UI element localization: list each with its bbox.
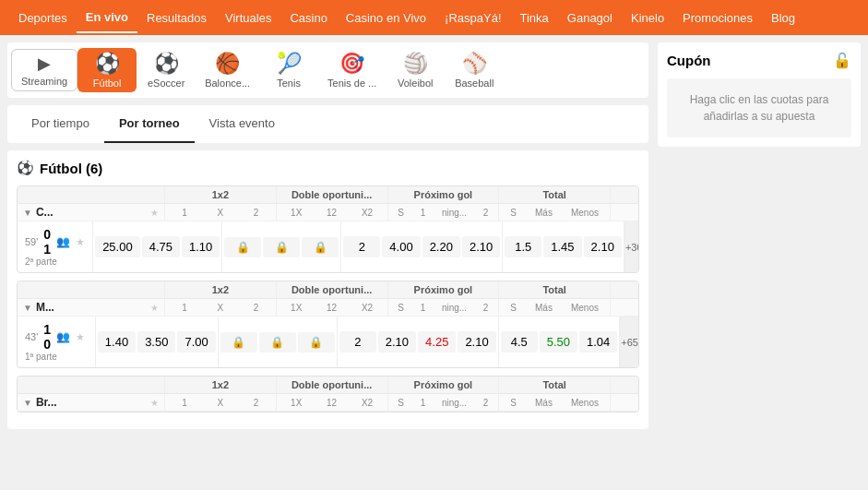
prox-1-1[interactable]: 2.10: [378, 331, 416, 353]
tab-por-torneo[interactable]: Por torneo: [104, 105, 195, 143]
nav-casino-vivo[interactable]: Casino en Vivo: [337, 4, 435, 32]
plus-btn-0[interactable]: +30: [624, 221, 639, 272]
sub-prox-2-2: 2: [483, 398, 489, 408]
nav-envivo[interactable]: En vivo: [77, 3, 137, 33]
nav-ganagol[interactable]: Ganagol: [558, 4, 622, 32]
doble-12-1[interactable]: 🔒: [259, 332, 296, 353]
total-menos-1[interactable]: 1.04: [579, 331, 617, 353]
total-mas-0[interactable]: 1.45: [543, 236, 581, 257]
sport-tab-balonce[interactable]: 🏀 Balonce...: [196, 48, 259, 92]
doble-1x-0[interactable]: 🔒: [224, 237, 261, 257]
futbol-icon: ⚽: [95, 52, 120, 76]
sport-label-futbol: Fútbol: [93, 78, 122, 89]
tab-por-tiempo[interactable]: Por tiempo: [17, 105, 104, 143]
sport-tab-streaming[interactable]: ▶ Streaming: [11, 49, 77, 91]
odd-1-1[interactable]: 1.40: [98, 331, 136, 353]
futbol-title-icon: ⚽: [17, 160, 34, 176]
col-header-doble-0: Doble oportuni...: [277, 186, 388, 203]
sport-label-baseball: Baseball: [455, 78, 493, 89]
sport-label-streaming: Streaming: [21, 76, 67, 87]
nav-casino[interactable]: Casino: [280, 4, 336, 32]
sport-tab-futbol[interactable]: ⚽ Fútbol: [77, 48, 137, 92]
total-mas-1[interactable]: 5.50: [540, 331, 577, 353]
view-tabs: Por tiempo Por torneo Vista evento: [7, 105, 648, 143]
sub-1x2-x-2: X: [218, 398, 224, 408]
team-name-1: M...: [36, 301, 54, 314]
prox-1-0[interactable]: 4.00: [382, 236, 420, 257]
nav-deportes[interactable]: Deportes: [9, 4, 77, 32]
sub-total-mas-2: Más: [535, 398, 553, 408]
prox-2-0[interactable]: 2.10: [462, 236, 500, 257]
sub-1x2-2-2: 2: [254, 398, 259, 408]
odd-x-1[interactable]: 3.50: [137, 331, 175, 353]
team-name-2: Br...: [36, 396, 57, 409]
sports-tabs: ▶ Streaming ⚽ Fútbol ⚽ eSoccer 🏀 Balonce…: [7, 42, 648, 98]
sub-prox-s-0: S: [398, 208, 404, 218]
odd-2-0[interactable]: 1.10: [182, 236, 220, 257]
sub-total-s-1: S: [510, 303, 517, 313]
prox-n-0[interactable]: 2.20: [422, 236, 460, 257]
score-1: 10: [43, 322, 51, 352]
nav-kinelo[interactable]: Kinelo: [622, 4, 673, 32]
sub-1x2-x-1: X: [218, 303, 224, 313]
odd-1-0[interactable]: 25.00: [95, 236, 140, 257]
sub-total-s-2: S: [510, 398, 517, 408]
sub-1x2-1-1: 1: [182, 303, 187, 313]
star-2[interactable]: ★: [150, 398, 159, 408]
nav-resultados[interactable]: Resultados: [137, 4, 216, 32]
event-card-2: 1x2 Doble oportuni... Próximo gol Total …: [17, 376, 639, 412]
plus-btn-1[interactable]: +65: [620, 317, 638, 367]
doble-x2-0[interactable]: 🔒: [302, 237, 339, 257]
doble-12-0[interactable]: 🔒: [263, 237, 300, 257]
sub-prox-n-2: ning...: [442, 398, 467, 408]
col-header-1x2-2: 1x2: [165, 376, 277, 393]
sub-doble-1x-2: 1X: [291, 398, 302, 408]
total-s-1[interactable]: 4.5: [501, 331, 538, 353]
coupon-header: Cupón 🔓: [667, 52, 851, 69]
tab-vista-evento[interactable]: Vista evento: [195, 105, 290, 143]
nav-virtuales[interactable]: Virtuales: [216, 4, 280, 32]
team-name-0: C...: [36, 206, 54, 219]
nav-raspaya[interactable]: ¡RaspaYá!: [435, 4, 510, 32]
nav-tinka[interactable]: Tinka: [511, 4, 558, 32]
sport-tab-baseball[interactable]: ⚾ Baseball: [445, 48, 504, 92]
sub-doble-x2-1: X2: [362, 303, 373, 313]
star-1[interactable]: ★: [150, 303, 159, 313]
nav-blog[interactable]: Blog: [762, 4, 804, 32]
part-1: 1ª parte: [25, 352, 88, 362]
prox-s-1[interactable]: 2: [339, 331, 376, 353]
sport-tab-esoccer[interactable]: ⚽ eSoccer: [137, 48, 196, 92]
odd-2-1[interactable]: 7.00: [177, 331, 215, 353]
sub-doble-1x-0: 1X: [291, 208, 302, 218]
sub-1x2-2-1: 2: [254, 303, 259, 313]
sport-tab-voleibol[interactable]: 🏐 Voleibol: [386, 48, 445, 92]
doble-x2-1[interactable]: 🔒: [298, 332, 335, 353]
col-header-1x2-0: 1x2: [165, 186, 277, 203]
doble-1x-1[interactable]: 🔒: [220, 332, 257, 353]
star-fav-0[interactable]: ★: [76, 236, 85, 248]
event-icons-1: 👥: [56, 330, 70, 343]
odd-x-0[interactable]: 4.75: [142, 236, 180, 257]
col-header-proximo-0: Próximo gol: [388, 186, 500, 203]
total-s-0[interactable]: 1.5: [505, 236, 541, 257]
prox-2-1[interactable]: 2.10: [458, 331, 495, 353]
baseball-icon: ⚾: [462, 52, 487, 76]
sport-tab-tenisde[interactable]: 🎯 Tenis de ...: [318, 48, 386, 92]
sub-prox-s-2: S: [398, 398, 404, 408]
prox-s-0[interactable]: 2: [343, 236, 380, 257]
star-fav-1[interactable]: ★: [76, 331, 85, 343]
nav-promociones[interactable]: Promociones: [673, 4, 762, 32]
section-title: ⚽ Fútbol (6): [17, 160, 639, 176]
star-0[interactable]: ★: [150, 208, 159, 218]
coupon-lock-icon: 🔓: [833, 52, 851, 69]
tenisde-icon: 🎯: [339, 52, 364, 76]
sub-doble-12-2: 12: [327, 398, 337, 408]
sub-prox-1-2: 1: [421, 398, 426, 408]
arrow-down-0: ▼: [23, 208, 32, 218]
total-menos-0[interactable]: 2.10: [584, 236, 622, 257]
sub-1x2-1-2: 1: [182, 398, 187, 408]
arrow-down-1: ▼: [23, 303, 32, 313]
prox-n-1[interactable]: 4.25: [418, 331, 456, 353]
sport-tab-tenis[interactable]: 🎾 Tenis: [259, 48, 318, 92]
sport-label-tenisde: Tenis de ...: [327, 78, 376, 89]
